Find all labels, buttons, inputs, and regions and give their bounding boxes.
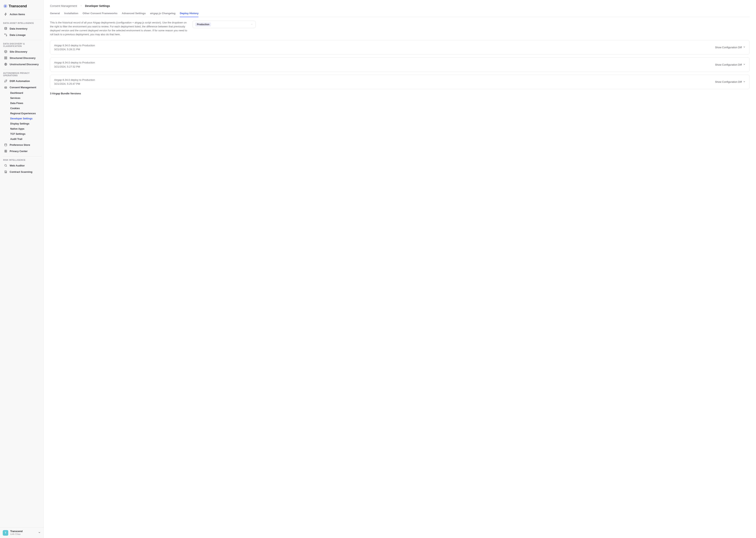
deployment-list: Airgap 8.34.0 deploy to Production3/21/2… — [50, 40, 750, 89]
sub-item-tcf-settings[interactable]: TCF Settings — [9, 132, 42, 136]
sidebar-item-data-inventory[interactable]: Data Inventory — [3, 26, 42, 32]
section-label-privacy-ops: AUTONOMOUS PRIVACY OPERATIONS — [3, 71, 42, 78]
sidebar-item-web-auditor[interactable]: Web Auditor — [3, 162, 42, 169]
footer-user: Linh Chau — [10, 533, 36, 536]
nav-label: Privacy Center — [10, 150, 27, 153]
tab-installation[interactable]: Installation — [64, 10, 78, 17]
sub-item-audit-trail[interactable]: Audit Trail — [9, 136, 42, 142]
sub-item-native-apps[interactable]: Native Apps — [9, 126, 42, 132]
svg-rect-8 — [5, 58, 6, 59]
environment-select[interactable]: Production — [193, 21, 256, 28]
divider — [3, 19, 42, 20]
show-configuration-diff-button[interactable]: Show Configuration Diff — [715, 46, 745, 49]
sidebar-item-silo-discovery[interactable]: Silo Discovery — [3, 48, 42, 55]
svg-point-4 — [5, 34, 5, 34]
description-text: This is the historical record of all you… — [50, 21, 188, 37]
svg-point-3 — [5, 27, 7, 28]
chevron-down-icon — [743, 46, 745, 49]
deployment-info: Airgap 8.34.0 deploy to Production3/21/2… — [54, 61, 95, 69]
chevron-down-icon — [251, 23, 253, 26]
nav-label: Data Inventory — [10, 27, 27, 30]
tab-advanced-settings[interactable]: Advanced Settings — [122, 10, 146, 17]
nav-label: Web Auditor — [10, 164, 25, 167]
consent-sub-items: Dashboard Services Data Flows Cookies Re… — [3, 90, 42, 142]
diff-label: Show Configuration Diff — [715, 81, 742, 83]
chevron-down-icon — [38, 531, 41, 534]
sub-item-regional-experiences[interactable]: Regional Experiences — [9, 111, 42, 116]
sidebar-item-contract-scanning[interactable]: Contract Scanning — [3, 169, 42, 175]
transcend-logo-icon — [4, 4, 7, 8]
store-icon — [4, 143, 8, 146]
sub-item-developer-settings[interactable]: Developer Settings — [9, 116, 42, 121]
show-configuration-diff-button[interactable]: Show Configuration Diff — [715, 63, 745, 66]
nav-label: Consent Management — [10, 86, 36, 89]
nav-label: Preference Store — [10, 143, 30, 146]
svg-rect-6 — [5, 57, 6, 58]
svg-rect-9 — [6, 58, 7, 59]
sidebar-item-unstructured-discovery[interactable]: Unstructured Discovery — [3, 61, 42, 67]
sidebar-scroll[interactable]: Transcend Action Items DATA ASSET INTELL… — [0, 0, 43, 527]
chevron-down-icon — [743, 63, 745, 66]
tab-deploy-history[interactable]: Deploy History — [180, 10, 199, 17]
section-label-risk: RISK INTELLIGENCE — [3, 158, 42, 162]
automation-icon — [4, 79, 8, 83]
deployment-date: 3/21/2024, 5:27:32 PM — [54, 65, 95, 69]
svg-point-18 — [5, 165, 7, 166]
deployment-info: Airgap 8.34.0 deploy to Production3/21/2… — [54, 78, 95, 86]
nav-label: Contract Scanning — [10, 170, 32, 173]
svg-point-19 — [5, 172, 6, 172]
sidebar-item-structured-discovery[interactable]: Structured Discovery — [3, 55, 42, 61]
sidebar-item-dsr-automation[interactable]: DSR Automation — [3, 78, 42, 84]
nav-label: Action Items — [10, 13, 25, 16]
svg-point-5 — [6, 35, 7, 36]
avatar: T — [3, 530, 8, 536]
sidebar-footer[interactable]: T Transcend Linh Chau — [0, 527, 43, 538]
sub-item-dashboard[interactable]: Dashboard — [9, 90, 42, 95]
cube-icon — [4, 50, 8, 53]
deployment-title: Airgap 8.34.0 deploy to Production — [54, 61, 95, 65]
sidebar-item-privacy-center[interactable]: Privacy Center — [3, 148, 42, 154]
chevron-right-icon — [80, 4, 82, 8]
nav-label: DSR Automation — [10, 80, 30, 82]
diff-label: Show Configuration Diff — [715, 63, 742, 66]
sidebar-item-consent-management[interactable]: Consent Management — [3, 84, 42, 90]
nav-label: Data Lineage — [10, 33, 25, 36]
show-configuration-diff-button[interactable]: Show Configuration Diff — [715, 81, 745, 83]
nav-label: Unstructured Discovery — [10, 63, 39, 66]
tabs: General Installation Other Consent Frame… — [50, 10, 750, 17]
bundle-count: 3 Airgap Bundle Versions — [50, 92, 750, 95]
tab-airgap-changelog[interactable]: airgap.js Changelog — [150, 10, 175, 17]
footer-org: Transcend — [10, 530, 36, 533]
svg-point-12 — [5, 81, 5, 82]
deployment-card: Airgap 8.34.0 deploy to Production3/21/2… — [50, 57, 750, 72]
environment-chip: Production — [195, 23, 211, 27]
svg-point-15 — [5, 144, 7, 144]
sub-item-display-settings[interactable]: Display Settings — [9, 121, 42, 126]
divider — [3, 69, 42, 70]
tab-general[interactable]: General — [50, 10, 60, 17]
sidebar-item-action-items[interactable]: Action Items — [3, 11, 42, 17]
sub-item-data-flows[interactable]: Data Flows — [9, 101, 42, 106]
document-scan-icon — [4, 170, 8, 174]
footer-text: Transcend Linh Chau — [10, 530, 36, 536]
svg-point-17 — [5, 150, 6, 151]
consent-icon — [4, 85, 8, 89]
svg-point-2 — [5, 6, 6, 7]
main-content: Consent Management Developer Settings Ge… — [44, 0, 756, 538]
deployment-title: Airgap 8.34.0 deploy to Production — [54, 43, 95, 47]
deployment-card: Airgap 8.34.0 deploy to Production3/21/2… — [50, 75, 750, 89]
content-header: This is the historical record of all you… — [50, 21, 750, 37]
breadcrumb-parent[interactable]: Consent Management — [50, 4, 77, 8]
deployment-date: 3/21/2024, 5:28:21 PM — [54, 47, 95, 51]
breadcrumb-current: Developer Settings — [85, 4, 110, 8]
lightning-icon — [4, 12, 8, 16]
sub-item-cookies[interactable]: Cookies — [9, 106, 42, 111]
user-square-icon — [4, 149, 8, 153]
database-icon — [4, 27, 8, 30]
diff-label: Show Configuration Diff — [715, 46, 742, 49]
brand-logo[interactable]: Transcend — [3, 3, 42, 11]
tab-other-consent-frameworks[interactable]: Other Consent Frameworks — [83, 10, 118, 17]
sidebar-item-data-lineage[interactable]: Data Lineage — [3, 32, 42, 38]
sidebar-item-preference-store[interactable]: Preference Store — [3, 142, 42, 148]
sub-item-services[interactable]: Services — [9, 95, 42, 101]
